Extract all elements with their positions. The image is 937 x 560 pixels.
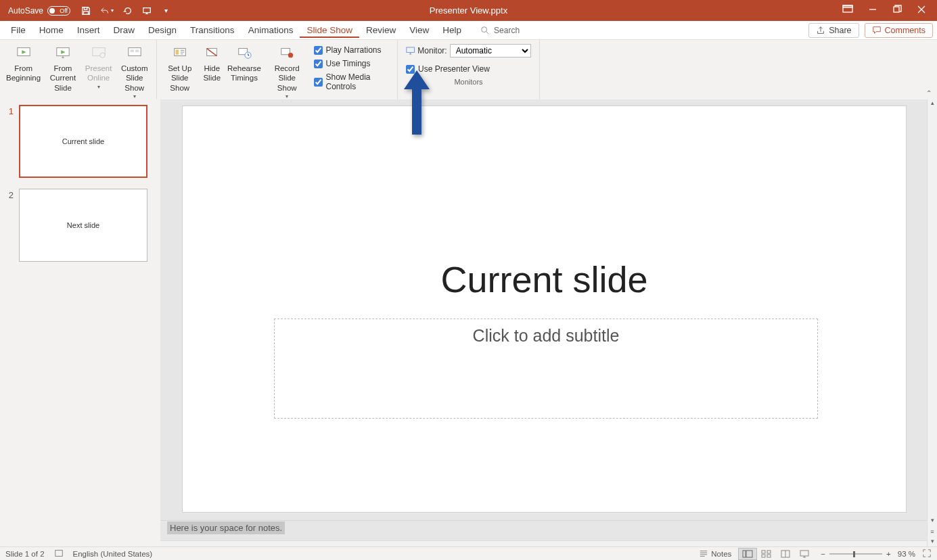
custom-show-icon — [127, 44, 142, 62]
monitor-dropdown[interactable]: Automatic — [450, 44, 531, 57]
thumbnail-row[interactable]: 1 Current slide — [7, 105, 154, 178]
scroll-up-icon[interactable]: ▴ — [928, 99, 937, 109]
normal-view-button[interactable] — [738, 548, 757, 560]
accessibility-icon[interactable] — [54, 549, 64, 559]
scroll-down-icon[interactable]: ▾ — [928, 517, 937, 526]
vertical-scrollbar[interactable]: ▴ ▾ ≡ ▾ — [927, 99, 937, 546]
maximize-icon[interactable] — [892, 5, 902, 16]
setup-show-icon — [173, 44, 187, 62]
svg-rect-11 — [135, 49, 139, 52]
svg-rect-23 — [762, 551, 765, 553]
zoom-out-icon[interactable]: − — [821, 550, 825, 558]
start-from-beginning-icon[interactable] — [142, 6, 152, 16]
customize-qat-icon[interactable]: ▾ — [161, 6, 170, 16]
status-bar: Slide 1 of 2 English (United States) Not… — [0, 546, 937, 560]
rehearse-timings-button[interactable]: Rehearse Timings — [224, 43, 265, 85]
svg-rect-9 — [129, 48, 141, 56]
svg-rect-19 — [407, 47, 415, 52]
share-button[interactable]: Share — [808, 23, 859, 38]
slide-title-placeholder[interactable]: Current slide — [183, 258, 906, 300]
svg-rect-25 — [762, 555, 765, 557]
thumb-number: 2 — [7, 189, 14, 262]
tab-insert[interactable]: Insert — [70, 22, 107, 38]
tab-view[interactable]: View — [403, 22, 436, 38]
comment-icon — [872, 26, 882, 35]
slide-counter[interactable]: Slide 1 of 2 — [5, 550, 45, 558]
prev-slide-icon[interactable]: ≡ — [930, 528, 934, 535]
slide-thumbnail-2[interactable]: Next slide — [19, 189, 147, 262]
ribbon-display-icon[interactable] — [842, 5, 853, 16]
comments-button[interactable]: Comments — [865, 23, 933, 38]
play-narrations-checkbox[interactable]: Play Narrations — [314, 45, 391, 55]
zoom-percentage[interactable]: 93 % — [898, 550, 915, 558]
use-timings-checkbox[interactable]: Use Timings — [314, 59, 391, 68]
horizontal-scrollbar[interactable] — [160, 540, 927, 546]
show-media-controls-checkbox[interactable]: Show Media Controls — [314, 72, 391, 91]
slide-thumbnail-1[interactable]: Current slide — [19, 105, 147, 178]
window-controls — [842, 5, 937, 16]
hide-slide-button[interactable]: Hide Slide — [200, 43, 224, 85]
tab-help[interactable]: Help — [436, 22, 468, 38]
setup-slide-show-button[interactable]: Set Up Slide Show — [160, 43, 200, 94]
notes-pane[interactable]: Here is your space for notes. — [160, 520, 927, 540]
notes-toggle[interactable]: Notes — [699, 550, 731, 558]
undo-button[interactable]: ▾ — [100, 6, 114, 16]
slide-sorter-button[interactable] — [757, 548, 776, 560]
svg-point-4 — [482, 26, 487, 32]
tab-draw[interactable]: Draw — [107, 22, 142, 38]
svg-rect-21 — [743, 551, 746, 557]
tab-home[interactable]: Home — [32, 22, 70, 38]
zoom-slider[interactable]: − + — [821, 550, 890, 558]
svg-rect-24 — [767, 551, 771, 553]
tab-review[interactable]: Review — [359, 22, 403, 38]
minimize-icon[interactable] — [868, 5, 877, 16]
thumbnail-row[interactable]: 2 Next slide — [7, 189, 154, 262]
next-slide-icon[interactable]: ▾ — [931, 538, 934, 544]
svg-rect-26 — [767, 555, 771, 557]
autosave-toggle[interactable]: Off — [47, 6, 70, 16]
slide-subtitle-placeholder[interactable]: Click to add subtitle — [274, 319, 818, 419]
tell-me-search[interactable]: Search — [480, 26, 520, 35]
autosave-control[interactable]: AutoSave Off — [8, 6, 70, 16]
tab-animations[interactable]: Animations — [242, 22, 300, 38]
menu-bar: File Home Insert Draw Design Transitions… — [0, 21, 937, 40]
share-icon — [816, 26, 825, 35]
collapse-ribbon-icon[interactable]: ⌃ — [926, 89, 932, 97]
svg-rect-28 — [800, 551, 808, 556]
zoom-in-icon[interactable]: + — [886, 550, 891, 558]
rehearse-icon — [237, 44, 252, 62]
slideshow-view-button[interactable] — [795, 548, 814, 560]
canvas-area[interactable]: Current slide Click to add subtitle — [160, 99, 927, 520]
monitor-label: Monitor: — [417, 46, 447, 55]
autosave-label: AutoSave — [8, 6, 43, 16]
reading-view-button[interactable] — [776, 548, 795, 560]
svg-rect-3 — [894, 7, 899, 12]
from-current-icon — [55, 44, 70, 62]
tab-file[interactable]: File — [4, 22, 32, 38]
tab-design[interactable]: Design — [141, 22, 183, 38]
record-icon — [279, 44, 294, 62]
ribbon-slide-show: From Beginning From Current Slide Presen… — [0, 40, 937, 99]
save-icon[interactable] — [81, 6, 91, 16]
custom-slide-show-button[interactable]: Custom Slide Show▾ — [115, 43, 154, 101]
title-bar: AutoSave Off ▾ ▾ Presenter View.pptx — [0, 0, 937, 21]
slide-canvas[interactable]: Current slide Click to add subtitle — [183, 106, 906, 512]
tab-transitions[interactable]: Transitions — [183, 22, 242, 38]
tab-slide-show[interactable]: Slide Show — [300, 22, 359, 38]
slide-thumbnail-panel[interactable]: 1 Current slide 2 Next slide — [0, 99, 160, 546]
repeat-icon[interactable] — [123, 6, 133, 16]
record-slide-show-button[interactable]: Record Slide Show▾ — [265, 43, 310, 101]
svg-rect-13 — [175, 49, 179, 54]
from-beginning-icon — [16, 44, 31, 62]
svg-rect-22 — [746, 551, 752, 557]
present-online-button[interactable]: Present Online▾ — [82, 43, 116, 92]
fit-to-window-icon[interactable] — [922, 549, 932, 559]
language-indicator[interactable]: English (United States) — [73, 550, 153, 558]
from-beginning-button[interactable]: From Beginning — [3, 43, 44, 85]
monitor-selector[interactable]: Monitor: Automatic — [406, 44, 531, 57]
thumb-number: 1 — [7, 105, 14, 178]
from-current-slide-button[interactable]: From Current Slide — [44, 43, 82, 94]
annotation-arrow — [403, 70, 431, 138]
close-icon[interactable] — [917, 5, 926, 16]
slide-editor: Current slide Click to add subtitle Here… — [160, 99, 927, 546]
